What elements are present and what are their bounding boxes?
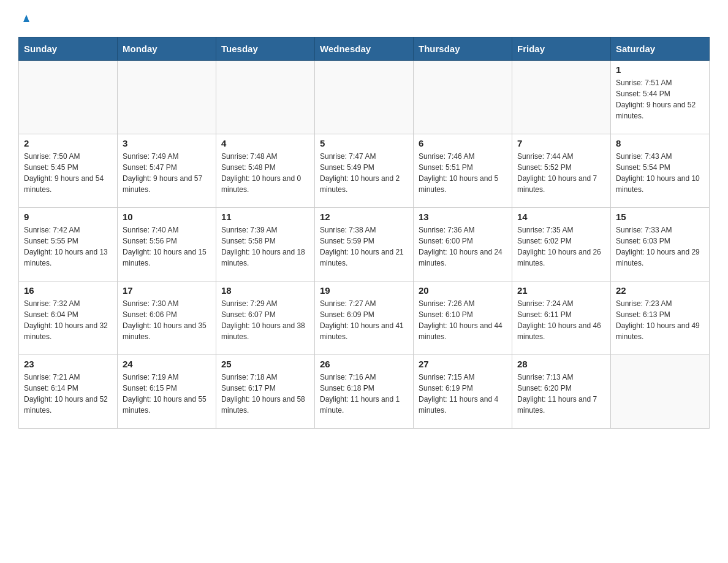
day-number: 2 <box>24 138 112 148</box>
calendar-cell <box>315 61 414 134</box>
day-info: Sunrise: 7:19 AMSunset: 6:15 PMDaylight:… <box>123 372 211 416</box>
calendar-cell: 3Sunrise: 7:49 AMSunset: 5:47 PMDaylight… <box>118 134 216 208</box>
day-info: Sunrise: 7:23 AMSunset: 6:13 PMDaylight:… <box>616 298 704 342</box>
calendar-cell: 12Sunrise: 7:38 AMSunset: 5:59 PMDayligh… <box>315 208 414 282</box>
week-row-3: 9Sunrise: 7:42 AMSunset: 5:55 PMDaylight… <box>19 208 710 282</box>
day-number: 4 <box>221 138 309 148</box>
calendar-cell: 13Sunrise: 7:36 AMSunset: 6:00 PMDayligh… <box>414 208 512 282</box>
weekday-header-row: SundayMondayTuesdayWednesdayThursdayFrid… <box>19 37 710 61</box>
week-row-2: 2Sunrise: 7:50 AMSunset: 5:45 PMDaylight… <box>19 134 710 208</box>
calendar-cell: 15Sunrise: 7:33 AMSunset: 6:03 PMDayligh… <box>611 208 710 282</box>
calendar-cell: 11Sunrise: 7:39 AMSunset: 5:58 PMDayligh… <box>216 208 315 282</box>
day-info: Sunrise: 7:38 AMSunset: 5:59 PMDaylight:… <box>320 224 408 269</box>
day-info: Sunrise: 7:29 AMSunset: 6:07 PMDaylight:… <box>221 298 309 342</box>
day-info: Sunrise: 7:32 AMSunset: 6:04 PMDaylight:… <box>24 298 112 342</box>
calendar-table: SundayMondayTuesdayWednesdayThursdayFrid… <box>18 37 710 429</box>
calendar-cell <box>414 61 512 134</box>
week-row-5: 23Sunrise: 7:21 AMSunset: 6:14 PMDayligh… <box>19 355 710 429</box>
day-info: Sunrise: 7:49 AMSunset: 5:47 PMDaylight:… <box>123 151 211 195</box>
calendar-cell: 25Sunrise: 7:18 AMSunset: 6:17 PMDayligh… <box>216 355 315 429</box>
day-number: 20 <box>419 285 507 296</box>
day-info: Sunrise: 7:27 AMSunset: 6:09 PMDaylight:… <box>320 298 408 342</box>
week-row-4: 16Sunrise: 7:32 AMSunset: 6:04 PMDayligh… <box>19 282 710 355</box>
calendar-cell: 23Sunrise: 7:21 AMSunset: 6:14 PMDayligh… <box>19 355 118 429</box>
day-info: Sunrise: 7:35 AMSunset: 6:02 PMDaylight:… <box>517 224 605 269</box>
day-number: 12 <box>320 212 408 222</box>
day-number: 26 <box>320 359 408 369</box>
calendar-cell: 8Sunrise: 7:43 AMSunset: 5:54 PMDaylight… <box>611 134 710 208</box>
day-number: 19 <box>320 285 408 296</box>
day-info: Sunrise: 7:26 AMSunset: 6:10 PMDaylight:… <box>419 298 507 342</box>
day-info: Sunrise: 7:16 AMSunset: 6:18 PMDaylight:… <box>320 372 408 416</box>
calendar-cell: 17Sunrise: 7:30 AMSunset: 6:06 PMDayligh… <box>118 282 216 355</box>
weekday-header-saturday: Saturday <box>611 37 710 61</box>
day-info: Sunrise: 7:42 AMSunset: 5:55 PMDaylight:… <box>24 224 112 269</box>
calendar-cell: 7Sunrise: 7:44 AMSunset: 5:52 PMDaylight… <box>512 134 611 208</box>
calendar-cell: 20Sunrise: 7:26 AMSunset: 6:10 PMDayligh… <box>414 282 512 355</box>
day-number: 1 <box>616 64 704 75</box>
day-number: 27 <box>419 359 507 369</box>
day-info: Sunrise: 7:46 AMSunset: 5:51 PMDaylight:… <box>419 151 507 195</box>
day-info: Sunrise: 7:51 AMSunset: 5:44 PMDaylight:… <box>616 77 704 121</box>
weekday-header-tuesday: Tuesday <box>216 37 315 61</box>
day-info: Sunrise: 7:50 AMSunset: 5:45 PMDaylight:… <box>24 151 112 195</box>
day-number: 18 <box>221 285 309 296</box>
day-number: 3 <box>123 138 211 148</box>
day-info: Sunrise: 7:21 AMSunset: 6:14 PMDaylight:… <box>24 372 112 416</box>
week-row-1: 1Sunrise: 7:51 AMSunset: 5:44 PMDaylight… <box>19 61 710 134</box>
calendar-cell <box>611 355 710 429</box>
calendar-cell: 9Sunrise: 7:42 AMSunset: 5:55 PMDaylight… <box>19 208 118 282</box>
calendar-cell: 14Sunrise: 7:35 AMSunset: 6:02 PMDayligh… <box>512 208 611 282</box>
day-info: Sunrise: 7:15 AMSunset: 6:19 PMDaylight:… <box>419 372 507 416</box>
day-number: 6 <box>419 138 507 148</box>
calendar-cell: 2Sunrise: 7:50 AMSunset: 5:45 PMDaylight… <box>19 134 118 208</box>
day-number: 23 <box>24 359 112 369</box>
day-number: 8 <box>616 138 704 148</box>
day-number: 21 <box>517 285 605 296</box>
calendar-cell: 26Sunrise: 7:16 AMSunset: 6:18 PMDayligh… <box>315 355 414 429</box>
calendar-cell: 10Sunrise: 7:40 AMSunset: 5:56 PMDayligh… <box>118 208 216 282</box>
calendar-cell: 19Sunrise: 7:27 AMSunset: 6:09 PMDayligh… <box>315 282 414 355</box>
day-info: Sunrise: 7:39 AMSunset: 5:58 PMDaylight:… <box>221 224 309 269</box>
calendar-cell <box>216 61 315 134</box>
calendar-cell: 4Sunrise: 7:48 AMSunset: 5:48 PMDaylight… <box>216 134 315 208</box>
day-number: 17 <box>123 285 211 296</box>
day-info: Sunrise: 7:18 AMSunset: 6:17 PMDaylight:… <box>221 372 309 416</box>
day-info: Sunrise: 7:43 AMSunset: 5:54 PMDaylight:… <box>616 151 704 195</box>
day-info: Sunrise: 7:40 AMSunset: 5:56 PMDaylight:… <box>123 224 211 269</box>
weekday-header-friday: Friday <box>512 37 611 61</box>
calendar-cell: 16Sunrise: 7:32 AMSunset: 6:04 PMDayligh… <box>19 282 118 355</box>
day-info: Sunrise: 7:48 AMSunset: 5:48 PMDaylight:… <box>221 151 309 195</box>
calendar-cell: 6Sunrise: 7:46 AMSunset: 5:51 PMDaylight… <box>414 134 512 208</box>
calendar-cell: 28Sunrise: 7:13 AMSunset: 6:20 PMDayligh… <box>512 355 611 429</box>
day-number: 13 <box>419 212 507 222</box>
weekday-header-thursday: Thursday <box>414 37 512 61</box>
day-info: Sunrise: 7:47 AMSunset: 5:49 PMDaylight:… <box>320 151 408 195</box>
day-number: 22 <box>616 285 704 296</box>
day-number: 11 <box>221 212 309 222</box>
calendar-cell: 21Sunrise: 7:24 AMSunset: 6:11 PMDayligh… <box>512 282 611 355</box>
calendar-cell <box>118 61 216 134</box>
day-number: 24 <box>123 359 211 369</box>
header <box>18 12 710 25</box>
day-info: Sunrise: 7:44 AMSunset: 5:52 PMDaylight:… <box>517 151 605 195</box>
day-number: 10 <box>123 212 211 222</box>
day-info: Sunrise: 7:33 AMSunset: 6:03 PMDaylight:… <box>616 224 704 269</box>
weekday-header-monday: Monday <box>118 37 216 61</box>
day-number: 25 <box>221 359 309 369</box>
calendar-cell <box>512 61 611 134</box>
day-number: 15 <box>616 212 704 222</box>
day-info: Sunrise: 7:30 AMSunset: 6:06 PMDaylight:… <box>123 298 211 342</box>
weekday-header-sunday: Sunday <box>19 37 118 61</box>
day-info: Sunrise: 7:36 AMSunset: 6:00 PMDaylight:… <box>419 224 507 269</box>
day-number: 7 <box>517 138 605 148</box>
day-number: 16 <box>24 285 112 296</box>
logo <box>18 12 34 25</box>
svg-marker-0 <box>23 15 29 22</box>
calendar-cell: 24Sunrise: 7:19 AMSunset: 6:15 PMDayligh… <box>118 355 216 429</box>
calendar-cell: 1Sunrise: 7:51 AMSunset: 5:44 PMDaylight… <box>611 61 710 134</box>
calendar-cell: 27Sunrise: 7:15 AMSunset: 6:19 PMDayligh… <box>414 355 512 429</box>
day-number: 5 <box>320 138 408 148</box>
day-info: Sunrise: 7:13 AMSunset: 6:20 PMDaylight:… <box>517 372 605 416</box>
day-number: 14 <box>517 212 605 222</box>
